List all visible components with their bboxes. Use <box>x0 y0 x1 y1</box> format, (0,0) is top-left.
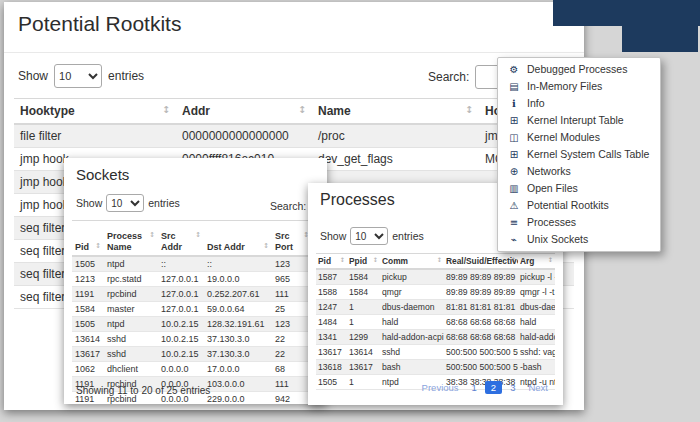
menu-item-info[interactable]: ℹInfo <box>498 95 660 112</box>
column-label: Addr <box>182 104 210 118</box>
table-cell: hald-addon-acpi: listening on <box>518 330 555 345</box>
pagination-page-2[interactable]: 2 <box>485 381 502 394</box>
table-cell: sshd: vagrant@pts/0 <box>518 345 555 360</box>
column-header-real-suid-effective[interactable]: ↕Real/Suid/Effective <box>444 254 518 270</box>
table-cell: 127.0.0.1 <box>158 301 204 316</box>
table-row[interactable]: 15871584pickup89:89 89:89 89:89pickup -l… <box>316 269 555 285</box>
table-row[interactable]: file filter0000000000000000/procjmp hook… <box>14 124 574 148</box>
desktop: Potential Rootkits Show 10 entries Searc… <box>0 0 700 422</box>
table-cell: 37.130.3.0 <box>204 346 272 361</box>
show-label: Show <box>320 230 346 242</box>
entries-label: entries <box>392 230 424 242</box>
menu-item-debugged-processes[interactable]: ⚙Debugged Processes <box>498 61 660 78</box>
sockets-panel: Sockets Show 10 entries Search: ↕Pid↕Pro… <box>64 158 327 404</box>
menu-item-unix-sockets[interactable]: ⌁Unix Sockets <box>498 231 660 248</box>
sort-icon: ↕ <box>373 256 378 263</box>
column-label: Name <box>318 104 351 118</box>
table-row[interactable]: 1584master127.0.0.159.0.0.64250 <box>72 301 321 316</box>
column-header-addr[interactable]: ↕Addr <box>176 99 312 125</box>
sort-icon: ↕ <box>162 104 170 115</box>
table-row[interactable]: 1505ntpd::::1230 <box>72 256 321 272</box>
menu-item-label: Info <box>527 97 545 110</box>
page-size-select[interactable]: 10 <box>54 64 102 88</box>
menu-item-kernel-modules[interactable]: ◫Kernel Modules <box>498 129 660 146</box>
table-cell: 1484 <box>316 315 347 330</box>
column-header-pid[interactable]: ↕Pid <box>316 254 347 270</box>
table-cell: 22 <box>272 331 312 346</box>
table-cell: :: <box>158 256 204 272</box>
pagination-page-3[interactable]: 3 <box>505 381 520 394</box>
table-cell: /proc <box>312 124 479 148</box>
page-size-select[interactable]: 10 <box>106 194 144 212</box>
table-cell: 81:81 81:81 81:81 <box>444 300 518 315</box>
menu-item-potential-rootkits[interactable]: ⚠Potential Rootkits <box>498 197 660 214</box>
menu-item-kernel-system-calls-table[interactable]: ⊞Kernel System Calls Table <box>498 146 660 163</box>
column-header-name[interactable]: ↕Name <box>312 99 479 125</box>
table-row[interactable]: 1213rpc.statd127.0.0.119.0.0.09650 <box>72 271 321 286</box>
sort-icon: ↕ <box>263 242 269 250</box>
table-cell: hald-addon-acpi <box>380 330 444 345</box>
table-row[interactable]: 15881584qmgr89:89 89:89 89:89qmgr -l -t … <box>316 285 555 300</box>
table-cell: 1213 <box>72 271 104 286</box>
table-cell: sshd <box>104 346 158 361</box>
table-cell: 0.252.207.61 <box>204 286 272 301</box>
table-row[interactable]: 1062dhclient0.0.0.017.0.0.0680 <box>72 361 321 376</box>
table-row[interactable]: 1191rpcbind127.0.0.10.252.207.611110 <box>72 286 321 301</box>
processes-title: Processes <box>320 191 395 209</box>
gear-icon: ⚙ <box>508 63 520 76</box>
column-header-src-addr[interactable]: ↕Src Addr <box>158 221 204 256</box>
table-cell: pickup <box>380 269 444 285</box>
table-cell: 111 <box>272 286 312 301</box>
column-header-process-name[interactable]: ↕Process Name <box>104 221 158 256</box>
column-label: Comm <box>382 256 408 266</box>
menu-item-processes[interactable]: ≡Processes <box>498 214 660 231</box>
table-cell: 1584 <box>347 285 380 300</box>
table-cell: sshd <box>380 345 444 360</box>
table-header-row: ↕Hooktype↕Addr↕Name↕Hook <box>14 99 574 125</box>
table-row[interactable]: 13617sshd10.0.2.1537.130.3.022416 <box>72 346 321 361</box>
sort-icon: ↕ <box>149 231 155 239</box>
table-cell: 10.0.2.15 <box>158 316 204 331</box>
table-cell: hald <box>518 315 555 330</box>
table-row[interactable]: 13614sshd10.0.2.1537.130.3.022416 <box>72 331 321 346</box>
menu-item-networks[interactable]: ⊕Networks <box>498 163 660 180</box>
navbar-fragment-2 <box>622 26 698 52</box>
table-row[interactable]: 1505ntpd10.0.2.15128.32.191.611230 <box>72 316 321 331</box>
column-header-arg[interactable]: ↕Arg <box>518 254 555 270</box>
sockets-table: ↕Pid↕Process Name↕Src Addr↕Dst Addr↕Src … <box>72 220 321 404</box>
table-cell: 127.0.0.1 <box>158 271 204 286</box>
pagination-next[interactable]: Next <box>523 381 553 394</box>
pagination-previous[interactable]: Previous <box>417 381 464 394</box>
column-header-ppid[interactable]: ↕Ppid <box>347 254 380 270</box>
menu-item-kernel-interupt-table[interactable]: ⊞Kernel Interupt Table <box>498 112 660 129</box>
menu-item-in-memory-files[interactable]: ▤In-Memory Files <box>498 78 660 95</box>
table-row[interactable]: 13411299hald-addon-acpi68:68 68:68 68:68… <box>316 330 555 345</box>
sort-icon: ↕ <box>298 104 306 115</box>
table-cell: qmgr <box>380 285 444 300</box>
table-cell: pickup -l -t fifo -u <box>518 269 555 285</box>
column-label: Process Name <box>107 231 142 252</box>
memory-icon: ▤ <box>508 80 520 93</box>
table-cell: 59.0.0.64 <box>204 301 272 316</box>
column-header-hooktype[interactable]: ↕Hooktype <box>14 99 176 125</box>
table-row[interactable]: 1361713614sshd500:500 500:500 500:500ssh… <box>316 345 555 360</box>
table-row[interactable]: 12471dbus-daemon81:81 81:81 81:81dbus-da… <box>316 300 555 315</box>
column-header-src-port[interactable]: ↕Src Port <box>272 221 312 256</box>
table-row[interactable]: 14841hald68:68 68:68 68:68hald <box>316 315 555 330</box>
menu-item-open-files[interactable]: ▥Open Files <box>498 180 660 197</box>
table-cell: :: <box>204 256 272 272</box>
page-size-select[interactable]: 10 <box>350 227 388 245</box>
table-cell: 10.0.2.15 <box>158 346 204 361</box>
table-cell: 1505 <box>72 256 104 272</box>
menu-item-label: Debugged Processes <box>527 63 627 76</box>
table-cell: 68:68 68:68 68:68 <box>444 330 518 345</box>
table-row[interactable]: 1361813617bash500:500 500:500 500:500-ba… <box>316 360 555 375</box>
column-header-dst-addr[interactable]: ↕Dst Addr <box>204 221 272 256</box>
menu-item-label: In-Memory Files <box>527 80 602 93</box>
column-header-comm[interactable]: ↕Comm <box>380 254 444 270</box>
table-cell: dbus-daemon --system <box>518 300 555 315</box>
sort-icon: ↕ <box>548 256 553 263</box>
pagination-page-1[interactable]: 1 <box>467 381 482 394</box>
column-header-pid[interactable]: ↕Pid <box>72 221 104 256</box>
sort-icon: ↕ <box>340 256 345 263</box>
